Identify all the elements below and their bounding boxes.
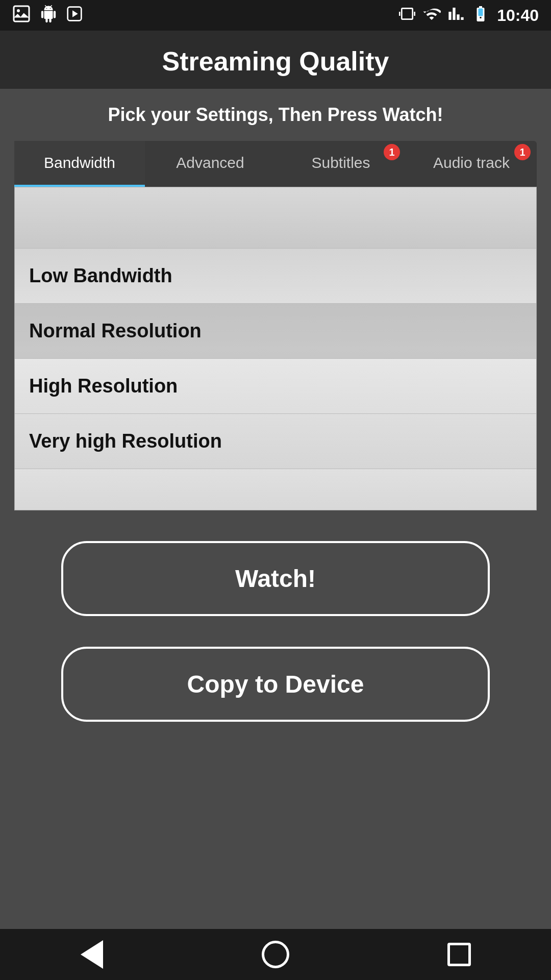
nav-bar [0,929,551,980]
list-item-normal-resolution[interactable]: Normal Resolution [15,304,536,359]
watch-button[interactable]: Watch! [61,541,490,616]
resolution-list: Low Bandwidth Normal Resolution High Res… [14,187,537,510]
svg-rect-0 [14,6,29,21]
copy-to-device-button[interactable]: Copy to Device [61,647,490,722]
svg-point-1 [17,9,20,12]
tab-subtitles[interactable]: Subtitles 1 [276,141,406,187]
subtitle-text: Pick your Settings, Then Press Watch! [108,104,443,126]
tab-bar: Bandwidth Advanced Subtitles 1 Audio tra… [14,141,537,187]
wifi-icon [422,5,441,27]
tab-advanced[interactable]: Advanced [145,141,276,187]
tab-bandwidth[interactable]: Bandwidth [14,141,145,187]
main-content: Pick your Settings, Then Press Watch! Ba… [0,89,551,929]
vibrate-icon [399,6,415,26]
subtitles-badge: 1 [384,144,400,160]
svg-marker-3 [72,10,78,17]
audio-track-badge: 1 [514,144,531,160]
status-bar: 10:40 [0,0,551,31]
list-item-high-resolution[interactable]: High Resolution [15,359,536,414]
svg-rect-4 [479,8,483,16]
tab-audio-track[interactable]: Audio track 1 [406,141,537,187]
battery-icon [471,5,490,27]
android-icon [40,5,57,26]
recents-icon [447,943,471,966]
page-title: Streaming Quality [10,46,541,77]
play-icon [66,6,83,26]
image-icon [12,5,31,27]
home-icon [262,941,289,968]
app-header: Streaming Quality [0,31,551,89]
status-bar-left-icons [12,5,83,27]
list-item-very-high-resolution[interactable]: Very high Resolution [15,414,536,469]
list-item-low-bandwidth[interactable]: Low Bandwidth [15,249,536,304]
list-top-spacer [15,187,536,249]
signal-icon [448,6,464,26]
status-bar-right: 10:40 [399,5,539,27]
recents-button[interactable] [444,939,474,970]
status-time: 10:40 [497,6,539,25]
home-button[interactable] [260,939,291,970]
back-button[interactable] [77,939,107,970]
back-icon [81,940,103,969]
list-bottom-spacer [15,469,536,510]
